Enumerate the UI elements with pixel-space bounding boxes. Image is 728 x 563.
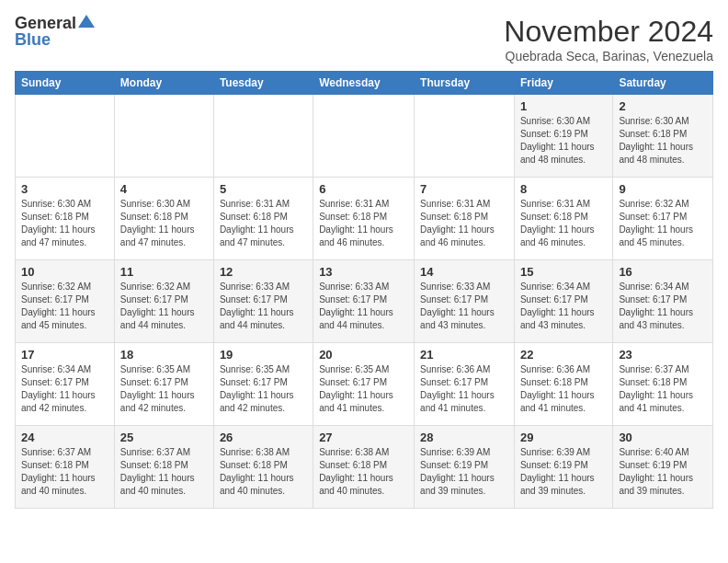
title-section: November 2024 Quebrada Seca, Barinas, Ve… xyxy=(504,15,713,63)
day-info: Sunrise: 6:31 AMSunset: 6:18 PMDaylight:… xyxy=(220,198,307,249)
day-info: Sunrise: 6:33 AMSunset: 6:17 PMDaylight:… xyxy=(319,281,408,332)
calendar-cell: 17Sunrise: 6:34 AMSunset: 6:17 PMDayligh… xyxy=(16,343,115,426)
day-number: 4 xyxy=(120,182,208,196)
day-number: 25 xyxy=(120,431,208,444)
calendar-cell: 16Sunrise: 6:34 AMSunset: 6:17 PMDayligh… xyxy=(613,260,713,343)
calendar-cell: 22Sunrise: 6:36 AMSunset: 6:18 PMDayligh… xyxy=(514,343,612,426)
calendar-cell: 30Sunrise: 6:40 AMSunset: 6:19 PMDayligh… xyxy=(613,426,713,509)
calendar-cell: 14Sunrise: 6:33 AMSunset: 6:17 PMDayligh… xyxy=(415,260,515,343)
day-info: Sunrise: 6:35 AMSunset: 6:17 PMDaylight:… xyxy=(220,363,307,415)
day-number: 30 xyxy=(619,431,707,444)
day-info: Sunrise: 6:34 AMSunset: 6:17 PMDaylight:… xyxy=(619,281,707,332)
calendar-cell: 21Sunrise: 6:36 AMSunset: 6:17 PMDayligh… xyxy=(415,343,515,426)
day-number: 16 xyxy=(619,265,707,279)
calendar-week-row: 3Sunrise: 6:30 AMSunset: 6:18 PMDaylight… xyxy=(16,178,713,260)
day-number: 29 xyxy=(520,431,607,444)
calendar-cell: 4Sunrise: 6:30 AMSunset: 6:18 PMDaylight… xyxy=(114,178,213,260)
calendar-cell: 5Sunrise: 6:31 AMSunset: 6:18 PMDaylight… xyxy=(213,178,313,260)
calendar-cell: 28Sunrise: 6:39 AMSunset: 6:19 PMDayligh… xyxy=(415,426,515,509)
day-number: 6 xyxy=(319,182,408,196)
calendar-cell: 20Sunrise: 6:35 AMSunset: 6:17 PMDayligh… xyxy=(313,343,415,426)
calendar-cell: 11Sunrise: 6:32 AMSunset: 6:17 PMDayligh… xyxy=(114,260,213,343)
calendar-cell: 6Sunrise: 6:31 AMSunset: 6:18 PMDaylight… xyxy=(313,178,415,260)
weekday-header-tuesday: Tuesday xyxy=(213,72,313,95)
day-info: Sunrise: 6:38 AMSunset: 6:18 PMDaylight:… xyxy=(220,446,307,498)
logo: General Blue xyxy=(15,15,95,49)
day-info: Sunrise: 6:33 AMSunset: 6:17 PMDaylight:… xyxy=(420,281,508,332)
calendar-body: 1Sunrise: 6:30 AMSunset: 6:19 PMDaylight… xyxy=(16,95,713,509)
calendar-week-row: 24Sunrise: 6:37 AMSunset: 6:18 PMDayligh… xyxy=(16,426,713,509)
day-info: Sunrise: 6:32 AMSunset: 6:17 PMDaylight:… xyxy=(619,198,707,249)
calendar-cell: 23Sunrise: 6:37 AMSunset: 6:18 PMDayligh… xyxy=(613,343,713,426)
calendar-cell: 27Sunrise: 6:38 AMSunset: 6:18 PMDayligh… xyxy=(313,426,415,509)
calendar-cell: 10Sunrise: 6:32 AMSunset: 6:17 PMDayligh… xyxy=(16,260,115,343)
calendar-cell: 9Sunrise: 6:32 AMSunset: 6:17 PMDaylight… xyxy=(613,178,713,260)
weekday-header-wednesday: Wednesday xyxy=(313,72,415,95)
month-title: November 2024 xyxy=(504,15,713,49)
day-number: 17 xyxy=(21,348,108,362)
weekday-header-thursday: Thursday xyxy=(415,72,515,95)
day-number: 12 xyxy=(220,265,307,279)
day-number: 11 xyxy=(120,265,208,279)
calendar-cell: 8Sunrise: 6:31 AMSunset: 6:18 PMDaylight… xyxy=(514,178,612,260)
location-title: Quebrada Seca, Barinas, Venezuela xyxy=(504,49,713,63)
day-number: 28 xyxy=(420,431,508,444)
day-number: 20 xyxy=(319,348,408,362)
day-info: Sunrise: 6:32 AMSunset: 6:17 PMDaylight:… xyxy=(21,281,108,332)
calendar-cell: 15Sunrise: 6:34 AMSunset: 6:17 PMDayligh… xyxy=(514,260,612,343)
day-info: Sunrise: 6:34 AMSunset: 6:17 PMDaylight:… xyxy=(520,281,607,332)
logo-blue-text: Blue xyxy=(15,30,51,49)
calendar-cell: 7Sunrise: 6:31 AMSunset: 6:18 PMDaylight… xyxy=(415,178,515,260)
day-number: 18 xyxy=(120,348,208,362)
calendar-cell: 3Sunrise: 6:30 AMSunset: 6:18 PMDaylight… xyxy=(16,178,115,260)
calendar-week-row: 1Sunrise: 6:30 AMSunset: 6:19 PMDaylight… xyxy=(16,95,713,178)
day-number: 27 xyxy=(319,431,408,444)
day-number: 14 xyxy=(420,265,508,279)
day-number: 9 xyxy=(619,182,707,196)
day-info: Sunrise: 6:34 AMSunset: 6:17 PMDaylight:… xyxy=(21,363,108,415)
day-number: 3 xyxy=(21,182,108,196)
calendar-header: SundayMondayTuesdayWednesdayThursdayFrid… xyxy=(16,72,713,95)
weekday-header-friday: Friday xyxy=(514,72,612,95)
day-number: 1 xyxy=(520,99,607,113)
day-info: Sunrise: 6:38 AMSunset: 6:18 PMDaylight:… xyxy=(319,446,408,498)
weekday-header-monday: Monday xyxy=(114,72,213,95)
day-info: Sunrise: 6:35 AMSunset: 6:17 PMDaylight:… xyxy=(319,363,408,415)
calendar-week-row: 17Sunrise: 6:34 AMSunset: 6:17 PMDayligh… xyxy=(16,343,713,426)
calendar-cell xyxy=(415,95,515,178)
day-info: Sunrise: 6:31 AMSunset: 6:18 PMDaylight:… xyxy=(420,198,508,249)
calendar-cell xyxy=(114,95,213,178)
day-info: Sunrise: 6:36 AMSunset: 6:17 PMDaylight:… xyxy=(420,363,508,415)
day-info: Sunrise: 6:32 AMSunset: 6:17 PMDaylight:… xyxy=(120,281,208,332)
day-number: 24 xyxy=(21,431,108,444)
calendar-week-row: 10Sunrise: 6:32 AMSunset: 6:17 PMDayligh… xyxy=(16,260,713,343)
page-header: General Blue November 2024 Quebrada Seca… xyxy=(15,15,713,63)
day-info: Sunrise: 6:30 AMSunset: 6:18 PMDaylight:… xyxy=(619,115,707,167)
day-number: 22 xyxy=(520,348,607,362)
calendar-cell: 19Sunrise: 6:35 AMSunset: 6:17 PMDayligh… xyxy=(213,343,313,426)
day-info: Sunrise: 6:40 AMSunset: 6:19 PMDaylight:… xyxy=(619,446,707,498)
calendar-cell: 24Sunrise: 6:37 AMSunset: 6:18 PMDayligh… xyxy=(16,426,115,509)
day-info: Sunrise: 6:37 AMSunset: 6:18 PMDaylight:… xyxy=(21,446,108,498)
calendar-cell: 29Sunrise: 6:39 AMSunset: 6:19 PMDayligh… xyxy=(514,426,612,509)
day-info: Sunrise: 6:30 AMSunset: 6:19 PMDaylight:… xyxy=(520,115,607,167)
calendar-cell xyxy=(16,95,115,178)
day-info: Sunrise: 6:39 AMSunset: 6:19 PMDaylight:… xyxy=(420,446,508,498)
day-number: 26 xyxy=(220,431,307,444)
calendar-cell: 12Sunrise: 6:33 AMSunset: 6:17 PMDayligh… xyxy=(213,260,313,343)
weekday-header-saturday: Saturday xyxy=(613,72,713,95)
day-info: Sunrise: 6:30 AMSunset: 6:18 PMDaylight:… xyxy=(21,198,108,249)
day-number: 13 xyxy=(319,265,408,279)
calendar-cell: 26Sunrise: 6:38 AMSunset: 6:18 PMDayligh… xyxy=(213,426,313,509)
calendar-cell xyxy=(213,95,313,178)
day-info: Sunrise: 6:37 AMSunset: 6:18 PMDaylight:… xyxy=(619,363,707,415)
day-info: Sunrise: 6:39 AMSunset: 6:19 PMDaylight:… xyxy=(520,446,607,498)
calendar-cell: 25Sunrise: 6:37 AMSunset: 6:18 PMDayligh… xyxy=(114,426,213,509)
weekday-header-row: SundayMondayTuesdayWednesdayThursdayFrid… xyxy=(16,72,713,95)
day-number: 8 xyxy=(520,182,607,196)
day-info: Sunrise: 6:31 AMSunset: 6:18 PMDaylight:… xyxy=(520,198,607,249)
calendar-cell: 18Sunrise: 6:35 AMSunset: 6:17 PMDayligh… xyxy=(114,343,213,426)
calendar-cell: 13Sunrise: 6:33 AMSunset: 6:17 PMDayligh… xyxy=(313,260,415,343)
calendar-cell xyxy=(313,95,415,178)
calendar-table: SundayMondayTuesdayWednesdayThursdayFrid… xyxy=(15,71,713,509)
